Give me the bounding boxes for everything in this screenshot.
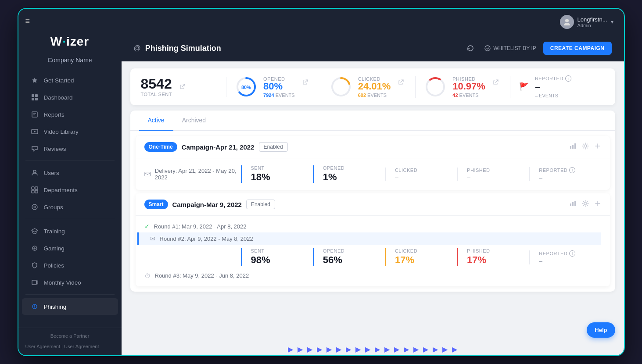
campaign-card-2: Smart Campaign-Mar 9, 2022 Enabled — [136, 193, 610, 286]
opened-events: 7924 EVENTS — [263, 93, 295, 98]
become-partner-link[interactable]: Become a Partner — [25, 333, 115, 339]
campaign-1-clicked: Clicked – — [385, 168, 457, 181]
campaign-1-header: One-Time Campaign-Apr 21, 2022 Enabled — [136, 136, 610, 158]
sidebar-item-label: Reports — [44, 111, 65, 118]
main-content: Longfirstn... Admin ▾ @ Phishing Simulat… — [122, 9, 624, 355]
c2-sent-label: Sent — [251, 248, 304, 253]
reported-value-col: – — [539, 174, 592, 181]
arrow-3: ▶ — [307, 345, 312, 353]
sidebar-item-policies[interactable]: Policies — [22, 257, 118, 274]
round-2-label: Round #2: Apr 9, 2022 - May 8, 2022 — [160, 236, 253, 242]
svg-point-15 — [32, 204, 37, 210]
reviews-icon — [31, 145, 39, 153]
stat-number-area: 8542 TOTAL SENT — [141, 77, 172, 97]
clicked-value: – — [395, 174, 448, 181]
svg-point-35 — [584, 145, 587, 147]
total-sent-external-link[interactable] — [180, 84, 185, 90]
arrow-11: ▶ — [384, 345, 390, 353]
reported-label-col: Reported i — [539, 167, 592, 173]
sidebar-item-video-library[interactable]: Video Library — [22, 123, 118, 140]
sidebar-item-label: Users — [44, 170, 59, 176]
campaign-1-opened: Opened 1% — [313, 165, 385, 183]
campaign-2-sent: Sent 98% — [241, 248, 313, 266]
round-item-2: ✉ Round #2: Apr 9, 2022 - May 8, 2022 — [137, 232, 601, 245]
round-item-2-container: ✉ Round #2: Apr 9, 2022 - May 8, 2022 Se… — [144, 232, 601, 269]
reported-col-info-icon[interactable]: i — [569, 167, 575, 173]
refresh-button[interactable] — [463, 41, 477, 55]
campaign-2-expand-icon[interactable] — [594, 200, 601, 209]
clicked-stat-text: Clicked 24.01% 602 EVENTS — [358, 76, 391, 98]
svg-rect-5 — [32, 112, 37, 117]
page-icon: @ — [134, 44, 141, 52]
c2-sent-value: 98% — [251, 254, 304, 266]
dashboard-icon — [31, 93, 39, 101]
topbar-right: Longfirstn... Admin ▾ — [560, 15, 613, 29]
page-header: @ Phishing Simulation WHITELIST BY IP CR… — [122, 35, 624, 61]
sidebar-item-label: Get Started — [44, 77, 74, 84]
campaign-1-delivery-info: Delivery: Apr 21, 2022 - May 20, 2022 — [144, 168, 241, 181]
campaign-1-settings-icon[interactable] — [582, 143, 589, 151]
svg-point-24 — [485, 46, 490, 51]
user-menu-chevron[interactable]: ▾ — [611, 19, 613, 25]
arrow-9: ▶ — [365, 345, 370, 353]
campaign-2-opened: Opened 56% — [313, 248, 385, 266]
sidebar-item-dashboard[interactable]: Dashboard — [22, 89, 118, 106]
arrow-8: ▶ — [355, 345, 361, 353]
svg-rect-4 — [35, 98, 38, 100]
opened-external-link[interactable] — [303, 79, 308, 86]
tab-archived[interactable]: Archived — [173, 111, 215, 131]
gaming-icon — [31, 244, 39, 252]
hamburger-icon[interactable]: ≡ — [25, 17, 30, 26]
svg-rect-11 — [32, 187, 34, 189]
page-title: Phishing Simulation — [145, 44, 221, 53]
user-agreement-link[interactable]: User Agreement | User Agreement — [25, 344, 99, 349]
c2-clicked-value: 17% — [395, 254, 448, 266]
sidebar-item-reviews[interactable]: Reviews — [22, 140, 118, 157]
sidebar-item-monthly-video[interactable]: Monthly Video — [22, 274, 118, 291]
campaign-2-settings-icon[interactable] — [582, 200, 589, 209]
sidebar-top: ≡ — [18, 9, 122, 30]
campaign-2-chart-icon[interactable] — [570, 200, 577, 209]
sidebar-item-get-started[interactable]: Get Started — [22, 72, 118, 89]
phished-external-link[interactable] — [493, 79, 499, 86]
clicked-external-link[interactable] — [398, 79, 404, 86]
sidebar-item-gaming[interactable]: Gaming — [22, 240, 118, 257]
svg-point-23 — [565, 19, 569, 22]
whitelist-label: WHITELIST BY IP — [493, 45, 536, 51]
arrow-18: ▶ — [452, 345, 457, 353]
total-sent-value: 8542 — [141, 77, 172, 91]
campaign-1-expand-icon[interactable] — [594, 143, 601, 151]
campaign-2-phished: Phished 17% — [457, 248, 529, 266]
sidebar-item-groups[interactable]: Groups — [22, 199, 118, 215]
campaign-1-chart-icon[interactable] — [570, 143, 577, 151]
tab-active[interactable]: Active — [139, 111, 173, 131]
page-content: 8542 TOTAL SENT 80% — [122, 61, 624, 355]
svg-rect-12 — [35, 187, 38, 189]
reported-value: – — [535, 82, 571, 93]
sidebar-item-label: Reviews — [44, 146, 66, 152]
svg-rect-33 — [572, 145, 574, 149]
create-campaign-button[interactable]: CREATE CAMPAIGN — [543, 42, 612, 55]
stat-total-sent: 8542 TOTAL SENT — [141, 77, 227, 97]
sidebar-item-users[interactable]: Users — [22, 164, 118, 181]
tabs-row: Active Archived — [130, 111, 615, 131]
sidebar-item-reports[interactable]: Reports — [22, 106, 118, 123]
get-started-icon — [31, 76, 39, 84]
reported-info-icon[interactable]: i — [565, 75, 571, 82]
svg-rect-3 — [32, 98, 34, 100]
sidebar-item-phishing[interactable]: Phishing — [22, 298, 118, 315]
campaign-1-phished: Phished – — [457, 168, 529, 181]
sidebar-item-departments[interactable]: Departments — [22, 182, 118, 198]
round-item-3: ⏱ Round #3: May 9, 2022 - Jun 8, 2022 — [144, 270, 601, 282]
arrow-10: ▶ — [375, 345, 380, 353]
c2-reported-info-icon[interactable]: i — [569, 250, 575, 257]
sidebar-item-label: Dashboard — [44, 94, 73, 101]
clicked-events: 602 EVENTS — [358, 93, 391, 98]
help-button[interactable]: Help — [587, 322, 615, 338]
round-item-1: ✓ Round #1: Mar 9, 2022 - Apr 8, 2022 — [144, 220, 601, 232]
campaign-1-body: Delivery: Apr 21, 2022 - May 20, 2022 Se… — [136, 158, 610, 190]
training-icon — [31, 227, 39, 235]
sidebar-item-training[interactable]: Training — [22, 223, 118, 239]
whitelist-button[interactable]: WHITELIST BY IP — [484, 45, 536, 51]
c2-reported-label: Reported i — [539, 250, 592, 257]
